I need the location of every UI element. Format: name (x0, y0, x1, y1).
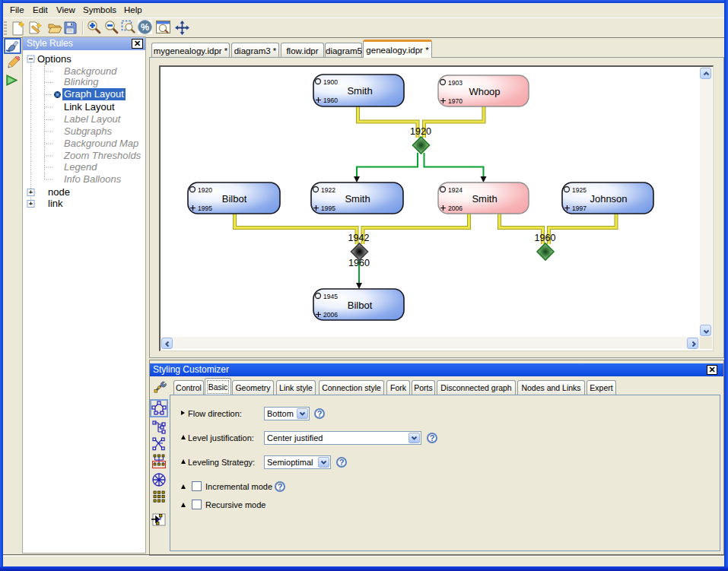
svg-text:1925: 1925 (572, 186, 587, 194)
svg-text:Smith: Smith (345, 193, 370, 205)
svg-text:Bilbot: Bilbot (348, 300, 373, 311)
svg-text:1903: 1903 (448, 79, 463, 87)
svg-text:1920: 1920 (198, 186, 212, 194)
svg-text:1945: 1945 (323, 293, 338, 300)
svg-text:1997: 1997 (572, 205, 587, 212)
svg-text:2006: 2006 (323, 311, 338, 319)
svg-text:%: % (141, 22, 149, 33)
svg-text:1960: 1960 (348, 258, 370, 268)
svg-text:Smith: Smith (472, 193, 497, 205)
svg-text:1942: 1942 (348, 233, 370, 243)
svg-text:1995: 1995 (198, 205, 212, 212)
svg-text:1970: 1970 (448, 97, 463, 105)
svg-text:Bilbot: Bilbot (222, 193, 247, 205)
svg-text:1922: 1922 (321, 186, 335, 194)
svg-text:1900: 1900 (323, 78, 338, 86)
svg-text:1920: 1920 (410, 126, 431, 137)
svg-text:Johnson: Johnson (590, 193, 627, 205)
svg-text:1924: 1924 (448, 186, 463, 194)
svg-text:1960: 1960 (535, 233, 556, 243)
svg-text:Smith: Smith (347, 85, 372, 97)
svg-text:2006: 2006 (448, 205, 463, 212)
svg-text:Whoop: Whoop (469, 86, 500, 97)
svg-text:1960: 1960 (323, 97, 338, 104)
svg-text:1995: 1995 (321, 205, 335, 212)
